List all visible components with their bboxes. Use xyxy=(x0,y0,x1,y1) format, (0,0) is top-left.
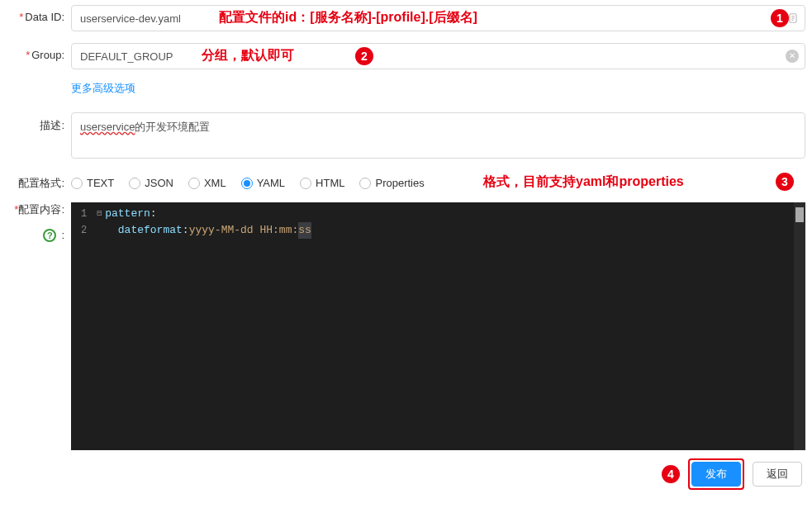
publish-highlight-box: 发布 xyxy=(688,458,744,490)
editor-gutter: 1 2 xyxy=(71,202,93,450)
publish-button[interactable]: 发布 xyxy=(691,462,741,487)
format-radio-html[interactable]: HTML xyxy=(300,177,344,189)
editor-scrollbar[interactable] xyxy=(794,202,805,450)
desc-rest: 的开发环境配置 xyxy=(135,121,210,133)
annotation-badge-3: 3 xyxy=(776,173,794,191)
group-input[interactable] xyxy=(71,43,805,69)
desc-underlined-word: userservice xyxy=(80,121,135,133)
help-icon[interactable]: ? xyxy=(43,229,56,242)
format-radio-yaml[interactable]: YAML xyxy=(241,177,285,189)
advanced-options-link[interactable]: 更多高级选项 xyxy=(71,82,135,94)
fold-icon[interactable]: ⊟ xyxy=(93,206,105,222)
format-radio-text[interactable]: TEXT xyxy=(71,177,114,189)
code-editor[interactable]: 1 2 ⊟pattern: dateformat: yyyy-MM-dd HH:… xyxy=(71,202,805,450)
data-id-input[interactable] xyxy=(71,5,805,31)
data-id-suffix-icon xyxy=(787,12,799,24)
desc-label: 描述: xyxy=(7,112,71,133)
format-radio-properties[interactable]: Properties xyxy=(359,177,424,189)
desc-textarea[interactable]: userservice的开发环境配置 xyxy=(71,112,805,159)
format-label: 配置格式: xyxy=(7,170,71,191)
editor-code: ⊟pattern: dateformat: yyyy-MM-dd HH:mm:s… xyxy=(93,202,318,450)
format-radio-xml[interactable]: XML xyxy=(188,177,226,189)
format-radio-json[interactable]: JSON xyxy=(129,177,173,189)
content-label: *配置内容: xyxy=(7,202,64,217)
group-clear-icon[interactable]: ✕ xyxy=(786,50,799,63)
help-colon: : xyxy=(61,229,64,242)
group-label: *Group: xyxy=(7,43,71,61)
data-id-label: *Data ID: xyxy=(7,5,71,23)
annotation-badge-4: 4 xyxy=(662,465,680,483)
back-button[interactable]: 返回 xyxy=(753,462,802,487)
annotation-format-hint: 格式，目前支持yaml和properties xyxy=(483,173,684,191)
